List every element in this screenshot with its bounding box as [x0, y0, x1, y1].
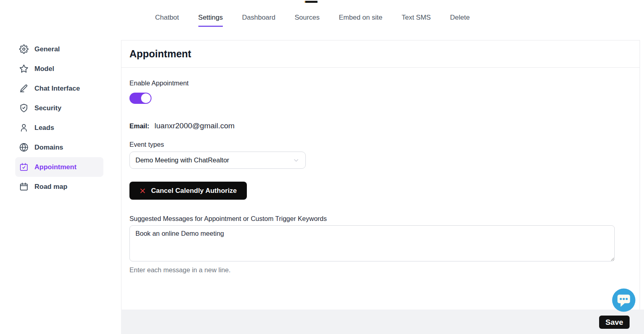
email-label: Email: — [129, 122, 149, 130]
chevron-down-icon — [293, 157, 300, 164]
appointment-settings-panel: Appointment Enable Appointment Email: lu… — [121, 40, 640, 310]
shield-check-icon — [19, 103, 28, 113]
globe-icon — [19, 143, 28, 152]
sidebar-item-model[interactable]: Model — [15, 59, 103, 79]
sidebar-item-label: Appointment — [34, 163, 77, 171]
sidebar-item-label: General — [34, 45, 60, 53]
panel-header: Appointment — [121, 40, 640, 68]
user-icon — [19, 123, 28, 132]
top-dash-artifact — [305, 1, 318, 3]
sidebar-item-label: Road map — [34, 183, 67, 191]
suggested-messages-label: Suggested Messages for Appointment or Cu… — [129, 215, 632, 223]
tab-chatbot[interactable]: Chatbot — [155, 14, 179, 27]
sidebar-item-chat-interface[interactable]: Chat Interface — [15, 79, 103, 98]
sidebar-item-label: Chat Interface — [34, 85, 80, 93]
tab-delete[interactable]: Delete — [450, 14, 470, 27]
chat-widget-launcher[interactable] — [612, 288, 636, 312]
sidebar-item-label: Domains — [34, 144, 63, 152]
tab-embed-on-site[interactable]: Embed on site — [339, 14, 383, 27]
sidebar-item-general[interactable]: General — [15, 39, 103, 59]
event-types-selected-value: Demo Meeting with ChatRealtor — [135, 156, 293, 164]
sidebar-item-leads[interactable]: Leads — [15, 118, 103, 138]
panel-body: Enable Appointment Email: luanxr2000@gma… — [121, 79, 640, 274]
sidebar-item-label: Security — [34, 104, 61, 112]
email-row: Email: luanxr2000@gmail.com — [129, 121, 632, 130]
event-types-label: Event types — [129, 141, 632, 148]
email-value: luanxr2000@gmail.com — [155, 121, 235, 130]
enable-appointment-label: Enable Appointment — [129, 79, 632, 87]
sidebar-item-road-map[interactable]: Road map — [15, 177, 103, 196]
settings-sidebar: General Model Chat Interface Security Le… — [15, 39, 103, 196]
suggested-messages-hint: Enter each message in a new line. — [129, 266, 632, 274]
enable-appointment-toggle[interactable] — [129, 93, 151, 104]
x-icon — [139, 188, 146, 194]
tab-text-sms[interactable]: Text SMS — [402, 14, 431, 27]
tab-sources[interactable]: Sources — [295, 14, 319, 27]
sidebar-item-domains[interactable]: Domains — [15, 138, 103, 157]
tab-dashboard[interactable]: Dashboard — [242, 14, 275, 27]
save-button[interactable]: Save — [599, 316, 630, 329]
cancel-calendly-authorize-button[interactable]: Cancel Calendly Authorize — [129, 182, 247, 200]
panel-footer: Save — [121, 310, 644, 334]
sidebar-item-security[interactable]: Security — [15, 98, 103, 118]
calendar-check-icon — [19, 162, 28, 172]
top-navigation: Chatbot Settings Dashboard Sources Embed… — [155, 14, 470, 27]
sidebar-item-appointment[interactable]: Appointment — [15, 157, 103, 177]
star-icon — [19, 64, 28, 73]
sidebar-item-label: Model — [34, 65, 54, 73]
calendar-icon — [19, 182, 28, 191]
cancel-calendly-authorize-label: Cancel Calendly Authorize — [151, 187, 237, 195]
tab-settings[interactable]: Settings — [198, 14, 223, 27]
suggested-messages-textarea[interactable]: Book an online Demo meeting — [129, 225, 615, 261]
pencil-icon — [19, 84, 28, 93]
toggle-knob — [141, 93, 151, 103]
chat-bubble-icon — [612, 288, 636, 312]
event-types-select[interactable]: Demo Meeting with ChatRealtor — [129, 152, 306, 169]
gear-icon — [19, 45, 28, 54]
page-title: Appointment — [129, 48, 191, 60]
sidebar-item-label: Leads — [34, 124, 54, 132]
